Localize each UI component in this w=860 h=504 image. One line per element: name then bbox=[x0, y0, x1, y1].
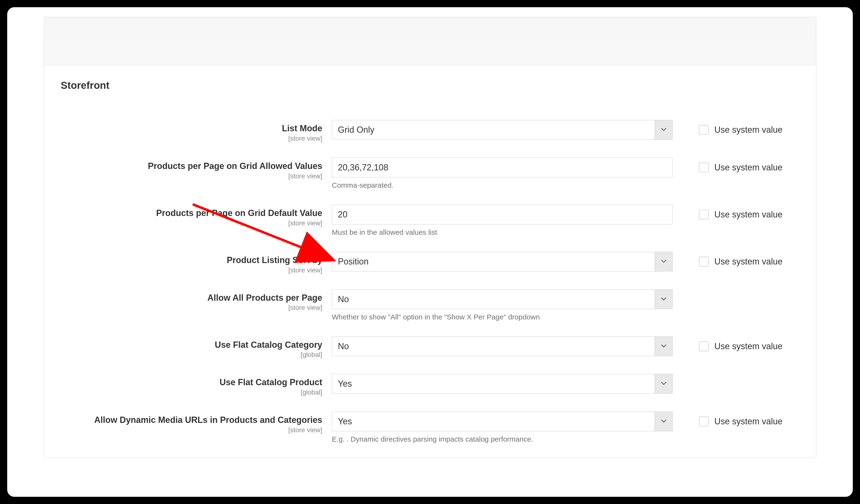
section-title: Storefront bbox=[61, 80, 799, 91]
checkbox-use-system-grid-default[interactable] bbox=[699, 210, 708, 219]
label-use-system-grid-allowed: Use system value bbox=[714, 162, 783, 173]
panel-body: List Mode [store view] Grid Only bbox=[44, 101, 816, 458]
select-list-mode-value: Grid Only bbox=[332, 120, 655, 140]
help-allow-all: Whether to show "All" option in the "Sho… bbox=[332, 313, 673, 321]
select-list-mode[interactable]: Grid Only bbox=[332, 120, 673, 140]
row-flat-cat: Use Flat Catalog Category [global] No bbox=[44, 336, 816, 359]
select-dyn-media[interactable]: Yes bbox=[332, 412, 673, 431]
scope-sort-by: [store view] bbox=[61, 267, 322, 274]
label-use-system-flat-cat: Use system value bbox=[714, 341, 783, 351]
checkbox-use-system-grid-allowed[interactable] bbox=[699, 163, 708, 172]
scope-grid-allowed: [store view] bbox=[61, 172, 322, 180]
panel-top-spacer bbox=[44, 17, 816, 41]
select-sort-by-toggle[interactable] bbox=[655, 252, 672, 271]
select-flat-prod[interactable]: Yes bbox=[332, 374, 673, 393]
select-allow-all-value: No bbox=[332, 290, 655, 309]
label-flat-prod: Use Flat Catalog Product bbox=[61, 377, 322, 388]
chevron-down-icon bbox=[661, 344, 666, 348]
chevron-down-icon bbox=[661, 419, 666, 423]
label-flat-cat: Use Flat Catalog Category bbox=[61, 340, 322, 351]
select-list-mode-toggle[interactable] bbox=[655, 120, 672, 140]
label-use-system-dyn-media: Use system value bbox=[714, 416, 783, 427]
select-flat-cat-value: No bbox=[332, 337, 655, 356]
scope-grid-default: [store view] bbox=[61, 219, 322, 227]
label-sort-by: Product Listing Sort by bbox=[61, 255, 322, 266]
checkbox-use-system-dyn-media[interactable] bbox=[699, 417, 708, 426]
scope-list-mode: [store view] bbox=[61, 135, 322, 142]
chevron-down-icon bbox=[661, 381, 666, 386]
checkbox-use-system-list-mode[interactable] bbox=[699, 125, 708, 135]
select-sort-by[interactable]: Position bbox=[332, 252, 673, 271]
label-list-mode: List Mode bbox=[61, 123, 322, 134]
row-flat-prod: Use Flat Catalog Product [global] Yes bbox=[44, 374, 816, 396]
row-grid-default: Products per Page on Grid Default Value … bbox=[44, 205, 816, 236]
select-allow-all-toggle[interactable] bbox=[655, 290, 672, 309]
label-grid-allowed: Products per Page on Grid Allowed Values bbox=[61, 161, 322, 172]
row-list-mode: List Mode [store view] Grid Only bbox=[44, 120, 816, 142]
select-flat-prod-value: Yes bbox=[332, 374, 655, 393]
row-allow-all: Allow All Products per Page [store view]… bbox=[44, 289, 816, 321]
chevron-down-icon bbox=[661, 259, 666, 264]
scope-flat-prod: [global] bbox=[61, 389, 322, 396]
label-allow-all: Allow All Products per Page bbox=[61, 292, 322, 304]
scope-allow-all: [store view] bbox=[61, 304, 322, 312]
select-dyn-media-toggle[interactable] bbox=[655, 412, 672, 431]
help-dyn-media: E.g. . Dynamic directives parsing impact… bbox=[332, 435, 673, 443]
scope-dyn-media: [store view] bbox=[61, 426, 322, 434]
panel-header: Storefront bbox=[44, 65, 816, 101]
scope-flat-cat: [global] bbox=[61, 351, 322, 359]
chevron-down-icon bbox=[661, 128, 666, 132]
row-grid-allowed: Products per Page on Grid Allowed Values… bbox=[44, 158, 816, 189]
help-grid-default: Must be in the allowed values list bbox=[332, 228, 673, 236]
row-sort-by: Product Listing Sort by [store view] Pos… bbox=[44, 252, 816, 274]
row-dyn-media: Allow Dynamic Media URLs in Products and… bbox=[44, 412, 816, 443]
label-dyn-media: Allow Dynamic Media URLs in Products and… bbox=[61, 415, 322, 426]
label-use-system-sort-by: Use system value bbox=[714, 257, 783, 267]
storefront-config-panel: Storefront List Mode [store view] Grid O… bbox=[44, 17, 816, 458]
label-use-system-list-mode: Use system value bbox=[714, 125, 783, 135]
select-flat-cat-toggle[interactable] bbox=[655, 337, 672, 356]
input-grid-allowed[interactable] bbox=[332, 158, 673, 177]
select-dyn-media-value: Yes bbox=[332, 412, 655, 431]
select-flat-prod-toggle[interactable] bbox=[655, 374, 672, 393]
label-grid-default: Products per Page on Grid Default Value bbox=[61, 207, 322, 219]
label-use-system-grid-default: Use system value bbox=[714, 210, 783, 220]
chevron-down-icon bbox=[661, 297, 666, 301]
checkbox-use-system-sort-by[interactable] bbox=[699, 257, 708, 267]
select-flat-cat[interactable]: No bbox=[332, 336, 673, 356]
input-grid-default[interactable] bbox=[332, 205, 673, 225]
help-grid-allowed: Comma-separated. bbox=[332, 181, 673, 189]
checkbox-use-system-flat-cat[interactable] bbox=[699, 342, 708, 351]
select-allow-all[interactable]: No bbox=[332, 289, 673, 309]
select-sort-by-value: Position bbox=[332, 252, 655, 271]
